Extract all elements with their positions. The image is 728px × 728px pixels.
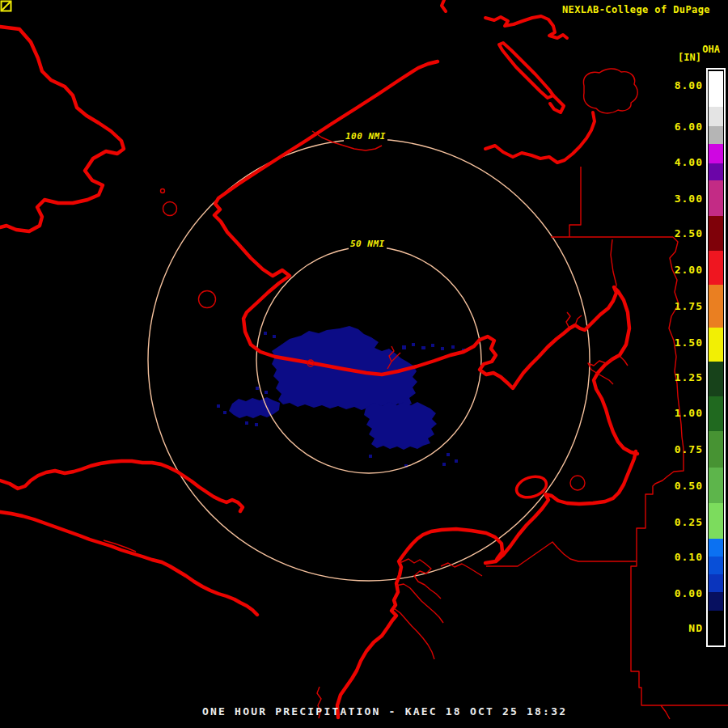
colorbar-segment	[709, 503, 723, 539]
range-ring-label: 50 NMI	[349, 238, 387, 250]
lake-outline-southeast	[514, 473, 549, 502]
colorbar-segment	[709, 216, 723, 251]
colorbar-segment	[709, 71, 723, 107]
colorbar-segment	[709, 180, 723, 216]
colorbar-segment	[709, 328, 723, 362]
colorbar-segment	[709, 431, 723, 468]
colorbar-value-label: 3.00	[654, 193, 703, 205]
colorbar-value-label: 2.50	[654, 227, 703, 239]
colorbar-segment	[709, 251, 723, 285]
island-dot-west	[161, 189, 165, 193]
coast-north-island-cluster	[442, 0, 595, 163]
unit-label: [IN]	[678, 52, 701, 63]
colorbar-segment	[709, 468, 723, 503]
colorbar-segment	[709, 285, 723, 328]
precip-west-arm	[229, 397, 280, 418]
lagoon-squiggle-3	[394, 608, 434, 659]
colorbar-segment	[709, 592, 723, 611]
colorbar-segment	[709, 611, 723, 645]
coast-main-shoreline	[214, 61, 637, 454]
island-circle-southeast	[570, 476, 585, 490]
product-caption: ONE HOUR PRECIPITATION - KAEC 18 OCT 25 …	[202, 705, 567, 717]
colorbar-value-label: 0.25	[654, 516, 703, 528]
colorbar-value-label: 0.10	[654, 551, 703, 563]
boundary-vertical-east	[611, 239, 616, 292]
colorbar-value-label: 2.00	[654, 264, 703, 276]
colorbar-value-label: 4.00	[654, 156, 703, 168]
colorbar-segment	[709, 539, 723, 557]
colorbar-value-label: 6.00	[654, 121, 703, 133]
precip-se-lobe	[364, 402, 437, 450]
coast-top-edge-tick	[442, 0, 446, 11]
colorbar-value-label: 8.00	[654, 79, 703, 91]
colorbar-value-label: 1.25	[654, 371, 703, 383]
cod-logo-icon	[0, 0, 12, 12]
island-south-meander	[485, 112, 595, 163]
coast-south-shoreline	[337, 451, 636, 717]
colorbar-segment	[709, 574, 723, 592]
island-circle-west	[163, 202, 177, 216]
colorbar-value-label: 1.50	[654, 336, 703, 349]
product-abbrev-label: OHA	[702, 44, 720, 55]
colorbar-value-label: 0.50	[654, 480, 703, 492]
coast-northwest-landmass	[0, 27, 124, 231]
island-spit-hook	[550, 95, 564, 112]
colorbar-value-label: 1.75	[654, 300, 703, 312]
colorbar-segment	[709, 557, 723, 574]
radar-map	[0, 0, 728, 728]
colorbar-segment	[709, 144, 723, 163]
range-ring-label: 100 NMI	[344, 130, 387, 142]
radar-screen: NEXLAB-College of DuPage OHA [IN] 8.006.…	[0, 0, 728, 728]
colorbar-segment	[709, 107, 723, 126]
coast-southwest-lower	[0, 512, 257, 615]
island-outline-northeast	[583, 69, 637, 113]
colorbar	[706, 68, 726, 647]
colorbar-value-label: 0.75	[654, 443, 703, 455]
colorbar-value-label: 0.00	[654, 587, 703, 599]
lagoon-squiggle-1	[400, 559, 441, 599]
lagoon-squiggle-4	[441, 563, 482, 576]
island-barrier-spit	[499, 43, 553, 98]
colorbar-segment	[709, 163, 723, 180]
colorbar-segment	[709, 362, 723, 396]
map-detail-lines	[104, 69, 728, 719]
colorbar-value-label: 1.00	[654, 407, 703, 419]
coast-southwest-upper	[0, 461, 243, 511]
header-title: NEXLAB-College of DuPage	[562, 4, 710, 15]
colorbar-segment	[709, 126, 723, 144]
colorbar-value-label: ND	[654, 622, 703, 634]
island-top-wiggle	[485, 16, 567, 38]
island-circle-midwest	[199, 291, 216, 308]
colorbar-segment	[709, 396, 723, 431]
